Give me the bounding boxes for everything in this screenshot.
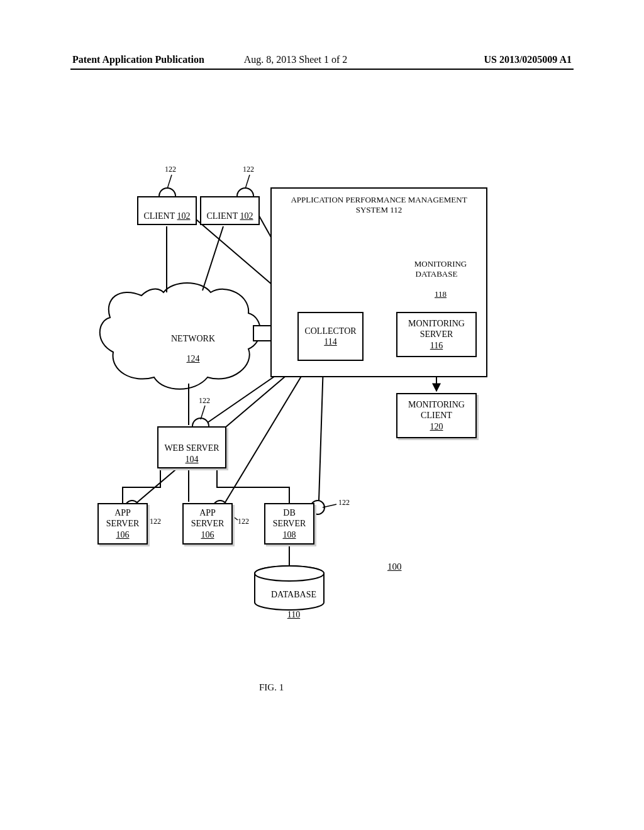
svg-line-6 — [245, 175, 250, 189]
svg-line-16 — [319, 365, 323, 501]
svg-line-15 — [225, 363, 309, 502]
webserver-number: 104 — [186, 455, 199, 464]
database-label: DATABASE 110 — [261, 580, 318, 630]
appserver2-box: APP SERVER 106 — [182, 503, 233, 545]
network-label: NETWORK 124 — [160, 324, 217, 374]
webserver-name: WEB SERVER — [164, 443, 219, 453]
ref-122: 122 — [338, 498, 350, 507]
collector-number: 114 — [324, 337, 336, 346]
monclient-box: MONITORING CLIENT 120 — [396, 393, 477, 438]
ref-122: 122 — [238, 517, 249, 526]
ref-122: 122 — [243, 165, 254, 174]
diagram-lines — [0, 0, 644, 830]
apm-number: 112 — [390, 205, 402, 214]
appserver2-number: 106 — [201, 530, 214, 540]
network-number: 124 — [187, 354, 200, 363]
webserver-box: WEB SERVER 104 — [157, 426, 226, 468]
monserver-box: MONITORING SERVER 116 — [396, 312, 477, 357]
svg-line-1 — [203, 226, 223, 290]
mondb-label: MONITORING DATABASE 118 — [401, 249, 472, 309]
dbserver-name: DB SERVER — [273, 507, 306, 529]
client1-name: CLIENT — [143, 211, 175, 221]
dbserver-box: DB SERVER 108 — [264, 503, 314, 545]
mondb-number: 118 — [435, 289, 447, 299]
monclient-number: 120 — [430, 422, 443, 431]
svg-line-7 — [201, 406, 205, 419]
collector-name: COLLECTOR — [304, 326, 356, 336]
monclient-name: MONITORING CLIENT — [408, 399, 465, 421]
ref-122: 122 — [165, 165, 176, 174]
collector-box: COLLECTOR 114 — [297, 312, 364, 361]
appserver1-number: 106 — [116, 530, 130, 540]
system-number: 100 — [387, 562, 402, 572]
appserver1-box: APP SERVER 106 — [97, 503, 148, 545]
svg-line-5 — [167, 175, 172, 189]
network-name: NETWORK — [171, 334, 215, 343]
apm-name: APPLICATION PERFORMANCE MANAGEMENT SYSTE… — [291, 195, 467, 214]
monserver-number: 116 — [430, 341, 443, 350]
ref-122: 122 — [150, 517, 161, 526]
svg-point-23 — [255, 566, 324, 581]
database-name: DATABASE — [271, 590, 316, 599]
monserver-name: MONITORING SERVER — [408, 318, 465, 340]
client1-box: CLIENT 102 — [137, 196, 197, 225]
figure-label: FIG. 1 — [259, 682, 284, 693]
database-number: 110 — [287, 610, 300, 619]
client1-number: 102 — [177, 211, 191, 221]
appserver2-name: APP SERVER — [191, 507, 225, 529]
mondb-name: MONITORING DATABASE — [414, 259, 467, 279]
dbserver-number: 108 — [283, 530, 296, 540]
client2-name: CLIENT — [206, 211, 238, 221]
client2-box: CLIENT 102 — [200, 196, 260, 225]
appserver1-name: APP SERVER — [106, 507, 140, 529]
ref-122: 122 — [199, 396, 210, 406]
client2-number: 102 — [240, 211, 253, 221]
